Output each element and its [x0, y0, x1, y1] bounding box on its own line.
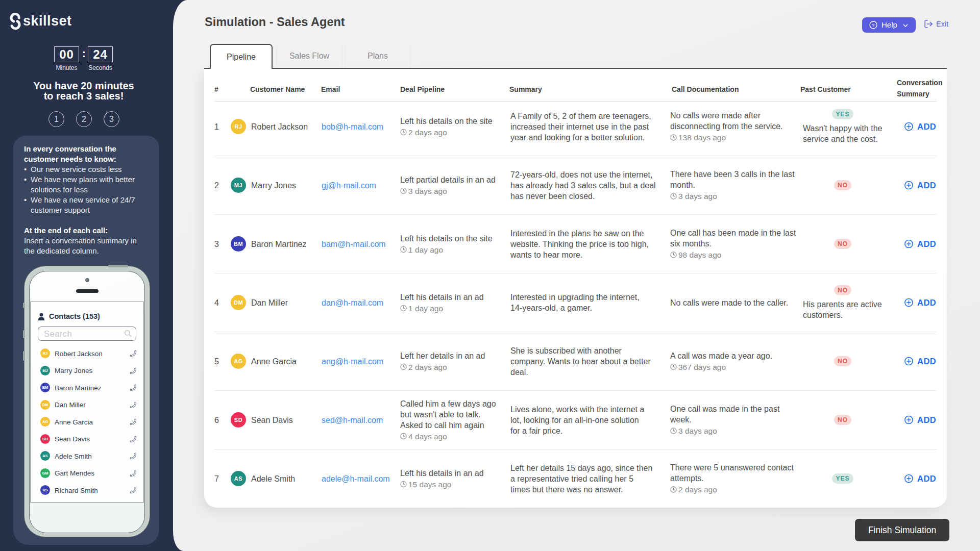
svg-text:?: ? — [872, 22, 874, 28]
